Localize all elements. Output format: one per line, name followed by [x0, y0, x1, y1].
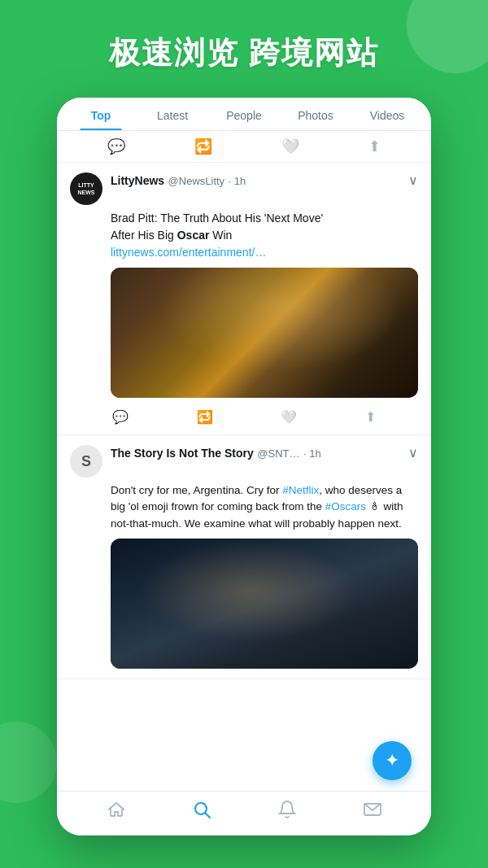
- tweet-1-comment-icon[interactable]: 💬: [112, 409, 129, 425]
- nav-bell-icon[interactable]: [277, 800, 297, 824]
- brad-pitt-photo: [111, 268, 418, 398]
- tweet-1-actions: 💬 🔁 🤍 ⬆: [70, 403, 418, 425]
- phone-mockup: Top Latest People Photos Videos 💬 🔁 🤍 ⬆ …: [57, 98, 431, 835]
- tweet-2-name-row: The Story Is Not The Story @SNT… · 1h ∨: [111, 445, 418, 460]
- tweet-1-meta: LittyNews @NewsLitty · 1h ∨: [111, 172, 418, 188]
- tweet-1-name: LittyNews: [111, 174, 164, 187]
- tweet-2-meta: The Story Is Not The Story @SNT… · 1h ∨: [111, 445, 418, 460]
- bottom-nav: [57, 791, 431, 835]
- bg-decoration-bottom: [0, 722, 57, 803]
- top-action-row: 💬 🔁 🤍 ⬆: [57, 131, 431, 163]
- tweet-2-chevron[interactable]: ∨: [408, 445, 418, 460]
- tweet-1-time: · 1h: [229, 175, 246, 187]
- tweet-2-hashtag2[interactable]: #Oscars: [325, 500, 366, 513]
- tab-bar: Top Latest People Photos Videos: [57, 98, 431, 131]
- tab-videos[interactable]: Videos: [351, 98, 423, 130]
- compose-fab-button[interactable]: ✦: [373, 741, 412, 780]
- tweet-2-header: S The Story Is Not The Story @SNT… · 1h …: [70, 445, 418, 478]
- deniro-photo: [111, 539, 418, 669]
- tab-top[interactable]: Top: [65, 98, 137, 130]
- tweet-1-header: LITTYNEWS LittyNews @NewsLitty · 1h ∨: [70, 172, 418, 205]
- tweet-2-text: Don't cry for me, Argentina. Cry for #Ne…: [70, 482, 418, 532]
- tab-photos[interactable]: Photos: [280, 98, 351, 130]
- tweet-1-retweet-icon[interactable]: 🔁: [197, 409, 213, 425]
- tweet-1-name-row: LittyNews @NewsLitty · 1h ∨: [111, 172, 418, 188]
- tweet-2-image: [111, 539, 418, 669]
- nav-mail-icon[interactable]: [363, 800, 382, 824]
- nav-home-icon[interactable]: [107, 800, 126, 824]
- tweet-1-text: Brad Pitt: The Truth About His 'Next Mov…: [70, 210, 418, 261]
- hero-title: 极速浏览 跨境网站: [0, 33, 488, 74]
- like-icon[interactable]: 🤍: [281, 137, 299, 155]
- tweet-2-handle: @SNT…: [257, 447, 299, 460]
- svg-line-1: [205, 813, 210, 818]
- tweets-area: 💬 🔁 🤍 ⬆ LITTYNEWS LittyNews @NewsLitty ·…: [57, 131, 431, 791]
- tweet-1-avatar: LITTYNEWS: [70, 172, 102, 205]
- compose-icon: ✦: [385, 750, 399, 771]
- tweet-2-time: · 1h: [303, 447, 321, 460]
- tweet-1-link[interactable]: littynews.com/entertainment/…: [111, 246, 266, 259]
- retweet-icon[interactable]: 🔁: [194, 137, 212, 155]
- tab-people[interactable]: People: [208, 98, 280, 130]
- tweet-1-image: [111, 268, 418, 398]
- tweet-2-hashtag1[interactable]: #Netflix: [282, 484, 319, 496]
- tweet-1-handle: @NewsLitty: [168, 175, 225, 187]
- comment-icon[interactable]: 💬: [107, 137, 125, 155]
- tweet-2-avatar: S: [70, 445, 102, 478]
- share-icon[interactable]: ⬆: [368, 137, 381, 155]
- tweet-2: S The Story Is Not The Story @SNT… · 1h …: [57, 435, 431, 679]
- nav-search-icon[interactable]: [192, 800, 211, 824]
- tweet-1-chevron[interactable]: ∨: [408, 172, 418, 188]
- tweet-2-name: The Story Is Not The Story: [111, 447, 254, 460]
- tweet-1: LITTYNEWS LittyNews @NewsLitty · 1h ∨ Br…: [57, 163, 431, 435]
- tab-latest[interactable]: Latest: [137, 98, 208, 130]
- tweet-1-like-icon[interactable]: 🤍: [281, 409, 297, 425]
- tweet-1-share-icon[interactable]: ⬆: [365, 409, 376, 425]
